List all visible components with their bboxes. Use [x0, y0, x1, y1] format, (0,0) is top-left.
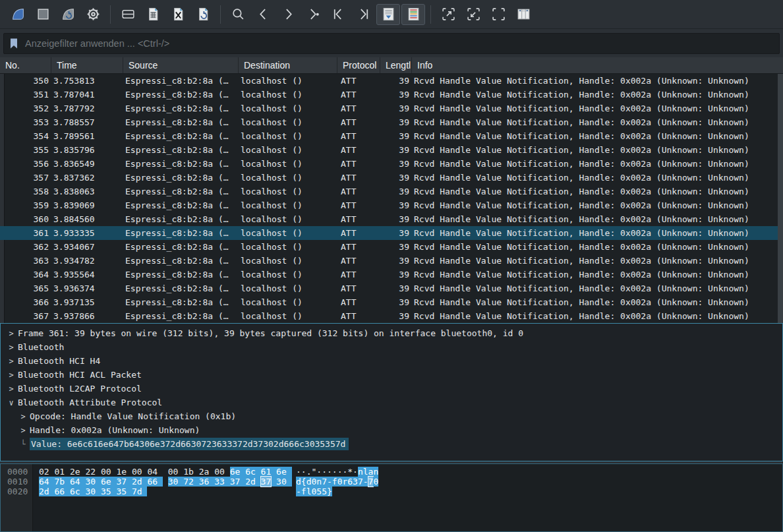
hex-byte[interactable]: 6e — [276, 467, 291, 477]
hex-byte[interactable]: 35 — [101, 487, 116, 496]
packet-row-355[interactable]: 3553.835796Espressi_c8:b2:8a (…localhost… — [0, 143, 783, 157]
packet-row-362[interactable]: 3623.934067Espressi_c8:b2:8a (…localhost… — [0, 240, 783, 254]
hex-byte[interactable]: 1e — [116, 467, 131, 477]
packet-row-359[interactable]: 3593.839069Espressi_c8:b2:8a (…localhost… — [0, 198, 783, 212]
detail-line-4[interactable]: >Bluetooth L2CAP Protocol — [1, 382, 782, 396]
hex-byte[interactable]: 02 — [39, 467, 54, 477]
ascii-char[interactable]: · — [316, 467, 322, 477]
ascii-char[interactable]: 7 — [358, 477, 363, 487]
find-packet-button[interactable] — [226, 4, 250, 25]
hex-byte[interactable]: 37 — [116, 477, 131, 487]
ascii-char[interactable]: d — [306, 477, 312, 487]
ascii-char[interactable]: · — [322, 467, 327, 477]
ascii-char[interactable]: · — [337, 467, 343, 477]
hex-row-0000[interactable]: 000002 01 2e 22 00 1e 00 04 00 1b 2a 00 … — [1, 467, 782, 477]
ascii-char[interactable]: · — [301, 467, 306, 477]
zoom-in-button[interactable] — [436, 4, 460, 25]
ascii-char[interactable]: . — [306, 467, 312, 477]
packet-row-358[interactable]: 3583.838063Espressi_c8:b2:8a (…localhost… — [0, 185, 783, 198]
detail-line-7[interactable]: >Handle: 0x002a (Unknown: Unknown) — [1, 423, 782, 437]
detail-line-0[interactable]: >Frame 361: 39 bytes on wire (312 bits),… — [1, 326, 782, 340]
detail-line-2[interactable]: >Bluetooth HCI H4 — [1, 354, 782, 368]
ascii-char[interactable]: - — [363, 477, 368, 487]
ascii-char[interactable]: · — [353, 467, 358, 477]
expander-collapsed-icon[interactable]: > — [16, 426, 30, 435]
ascii-char[interactable]: 7 — [322, 477, 327, 487]
packet-row-363[interactable]: 3633.934782Espressi_c8:b2:8a (…localhost… — [0, 254, 783, 268]
reload-file-button[interactable] — [191, 4, 215, 25]
detail-line-6[interactable]: >Opcode: Handle Value Notification (0x1b… — [1, 409, 782, 423]
hex-byte[interactable]: 37 — [261, 477, 276, 487]
ascii-char[interactable]: d — [296, 477, 301, 487]
ascii-char[interactable]: 5 — [322, 487, 327, 496]
resize-columns-button[interactable] — [511, 4, 535, 25]
detail-line-5[interactable]: ∨Bluetooth Attribute Protocol — [1, 396, 782, 409]
ascii-char[interactable]: 0 — [311, 477, 316, 487]
ascii-char[interactable]: r — [342, 477, 347, 487]
expander-collapsed-icon[interactable]: > — [5, 384, 18, 394]
ascii-char[interactable]: f — [301, 487, 306, 496]
packet-row-357[interactable]: 3573.837362Espressi_c8:b2:8a (…localhost… — [0, 171, 783, 185]
ascii-char[interactable]: * — [347, 467, 353, 477]
zoom-original-button[interactable] — [486, 4, 510, 25]
ascii-char[interactable]: 5 — [316, 487, 322, 496]
bookmark-icon[interactable] — [9, 38, 19, 49]
hex-byte[interactable]: 2d — [39, 487, 54, 496]
hex-byte[interactable]: 66 — [54, 487, 69, 496]
packet-row-364[interactable]: 3643.935564Espressi_c8:b2:8a (…localhost… — [0, 268, 783, 281]
column-header-length[interactable]: Lengtl — [380, 57, 412, 73]
hex-byte[interactable]: 30 — [276, 477, 291, 487]
packet-row-366[interactable]: 3663.937135Espressi_c8:b2:8a (…localhost… — [0, 295, 783, 309]
save-file-button[interactable] — [141, 4, 165, 25]
ascii-char[interactable]: - — [327, 477, 332, 487]
ascii-char[interactable]: } — [327, 487, 332, 496]
expander-collapsed-icon[interactable]: > — [5, 329, 18, 338]
packet-row-356[interactable]: 3563.836549Espressi_c8:b2:8a (…localhost… — [0, 157, 783, 171]
hex-byte[interactable]: 6e — [230, 467, 245, 477]
hex-row-0010[interactable]: 001064 7b 64 30 6e 37 2d 66 30 72 36 33 … — [1, 477, 782, 487]
hex-byte[interactable]: 66 — [147, 477, 162, 487]
restart-capture-button[interactable] — [56, 4, 80, 25]
packet-row-365[interactable]: 3653.936374Espressi_c8:b2:8a (…localhost… — [0, 281, 783, 295]
ascii-char[interactable]: l — [363, 467, 368, 477]
go-forward-button[interactable] — [276, 4, 300, 25]
hex-byte[interactable]: 7b — [54, 477, 69, 487]
hex-byte[interactable]: 6e — [101, 477, 116, 487]
detail-line-3[interactable]: >Bluetooth HCI ACL Packet — [1, 368, 782, 382]
hex-byte[interactable]: 30 — [85, 487, 100, 496]
zoom-out-button[interactable] — [461, 4, 485, 25]
packet-row-352[interactable]: 3523.787792Espressi_c8:b2:8a (…localhost… — [0, 102, 783, 115]
hex-byte[interactable]: 04 — [147, 467, 162, 477]
hex-byte[interactable]: 2d — [245, 477, 260, 487]
column-header-source[interactable]: Source — [123, 57, 239, 73]
hex-byte[interactable]: 36 — [199, 477, 214, 487]
hex-byte[interactable]: 6c — [245, 467, 260, 477]
expander-collapsed-icon[interactable]: > — [5, 370, 18, 380]
ascii-char[interactable]: · — [296, 467, 301, 477]
hex-byte[interactable]: 00 — [101, 467, 116, 477]
expander-expanded-icon[interactable]: ∨ — [5, 398, 18, 407]
ascii-char[interactable]: 3 — [353, 477, 358, 487]
hex-byte[interactable]: 30 — [85, 477, 100, 487]
packet-row-354[interactable]: 3543.789561Espressi_c8:b2:8a (…localhost… — [0, 129, 783, 143]
column-header-time[interactable]: Time — [51, 57, 123, 73]
open-file-button[interactable] — [116, 4, 140, 25]
packet-row-360[interactable]: 3603.884560Espressi_c8:b2:8a (…localhost… — [0, 212, 783, 226]
ascii-char[interactable]: · — [332, 467, 337, 477]
auto-scroll-button[interactable] — [376, 4, 400, 25]
hex-byte[interactable]: 7d — [132, 487, 147, 496]
expander-collapsed-icon[interactable]: > — [5, 343, 18, 352]
go-back-button[interactable] — [251, 4, 275, 25]
ascii-char[interactable]: 0 — [373, 477, 378, 487]
ascii-char[interactable]: { — [301, 477, 306, 487]
hex-byte[interactable]: 64 — [70, 477, 85, 487]
go-first-button[interactable] — [326, 4, 350, 25]
packet-row-350[interactable]: 3503.753813Espressi_c8:b2:8a (…localhost… — [0, 74, 783, 88]
hex-byte[interactable]: 33 — [214, 477, 229, 487]
hex-byte[interactable]: 2a — [199, 467, 214, 477]
packet-list-scrollbar[interactable] — [778, 74, 783, 323]
column-header-info[interactable]: Info — [412, 57, 783, 73]
column-header-protocol[interactable]: Protocol — [337, 57, 380, 73]
hex-byte[interactable]: 37 — [230, 477, 245, 487]
hex-byte[interactable]: 2d — [132, 477, 147, 487]
